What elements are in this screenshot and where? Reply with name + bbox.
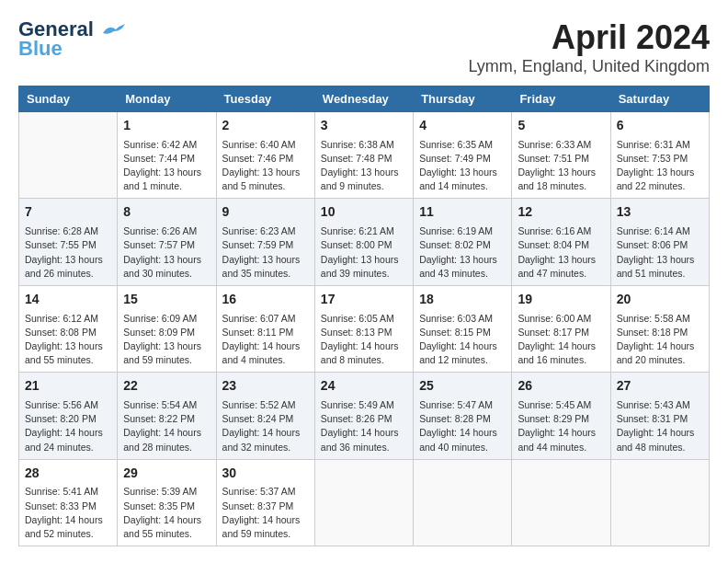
calendar-cell: 5Sunrise: 6:33 AM Sunset: 7:51 PM Daylig… <box>512 112 610 199</box>
day-number: 7 <box>25 203 111 222</box>
calendar-cell <box>414 459 512 546</box>
calendar-header-row: SundayMondayTuesdayWednesdayThursdayFrid… <box>19 86 710 112</box>
day-number: 24 <box>321 377 407 396</box>
calendar-cell <box>512 459 610 546</box>
day-detail: Sunrise: 6:07 AM Sunset: 8:11 PM Dayligh… <box>222 312 309 368</box>
day-detail: Sunrise: 5:45 AM Sunset: 8:29 PM Dayligh… <box>518 398 604 454</box>
day-number: 5 <box>518 117 604 135</box>
calendar-cell: 29Sunrise: 5:39 AM Sunset: 8:35 PM Dayli… <box>118 459 216 546</box>
page-title: April 2024 <box>469 18 710 57</box>
day-number: 30 <box>222 465 309 483</box>
weekday-header: Thursday <box>414 86 512 112</box>
day-number: 16 <box>222 291 309 309</box>
calendar-cell: 14Sunrise: 6:12 AM Sunset: 8:08 PM Dayli… <box>19 285 118 372</box>
day-number: 20 <box>617 291 703 309</box>
day-number: 22 <box>123 377 210 396</box>
weekday-header: Monday <box>118 86 216 112</box>
day-detail: Sunrise: 5:39 AM Sunset: 8:35 PM Dayligh… <box>123 485 210 541</box>
day-detail: Sunrise: 6:05 AM Sunset: 8:13 PM Dayligh… <box>321 312 407 368</box>
calendar-cell: 4Sunrise: 6:35 AM Sunset: 7:49 PM Daylig… <box>414 112 512 199</box>
calendar-cell: 1Sunrise: 6:42 AM Sunset: 7:44 PM Daylig… <box>118 112 216 199</box>
calendar-cell: 8Sunrise: 6:26 AM Sunset: 7:57 PM Daylig… <box>118 199 216 285</box>
weekday-header: Saturday <box>610 86 709 112</box>
day-detail: Sunrise: 6:42 AM Sunset: 7:44 PM Dayligh… <box>123 138 210 194</box>
calendar-cell: 26Sunrise: 5:45 AM Sunset: 8:29 PM Dayli… <box>512 373 610 459</box>
calendar-cell: 20Sunrise: 5:58 AM Sunset: 8:18 PM Dayli… <box>610 285 709 372</box>
day-detail: Sunrise: 6:03 AM Sunset: 8:15 PM Dayligh… <box>419 312 506 368</box>
calendar-cell: 6Sunrise: 6:31 AM Sunset: 7:53 PM Daylig… <box>610 112 709 199</box>
weekday-header: Friday <box>512 86 610 112</box>
day-detail: Sunrise: 5:43 AM Sunset: 8:31 PM Dayligh… <box>617 398 703 454</box>
day-number: 29 <box>123 465 210 483</box>
day-number: 15 <box>123 291 210 309</box>
day-number: 12 <box>518 203 604 222</box>
calendar-cell: 17Sunrise: 6:05 AM Sunset: 8:13 PM Dayli… <box>314 285 413 372</box>
day-detail: Sunrise: 6:31 AM Sunset: 7:53 PM Dayligh… <box>617 138 703 194</box>
calendar-week-row: 28Sunrise: 5:41 AM Sunset: 8:33 PM Dayli… <box>19 459 710 546</box>
calendar-cell <box>19 112 118 199</box>
weekday-header: Tuesday <box>216 86 314 112</box>
day-number: 25 <box>419 377 506 396</box>
day-number: 13 <box>617 203 703 222</box>
calendar-week-row: 14Sunrise: 6:12 AM Sunset: 8:08 PM Dayli… <box>19 285 710 372</box>
day-number: 11 <box>419 203 506 222</box>
day-detail: Sunrise: 6:23 AM Sunset: 7:59 PM Dayligh… <box>222 224 309 281</box>
day-number: 17 <box>321 291 407 309</box>
day-detail: Sunrise: 5:41 AM Sunset: 8:33 PM Dayligh… <box>25 485 111 541</box>
day-number: 18 <box>419 291 506 309</box>
page-header: General Blue April 2024 Lymm, England, U… <box>18 18 710 76</box>
calendar-cell: 2Sunrise: 6:40 AM Sunset: 7:46 PM Daylig… <box>216 112 314 199</box>
logo: General Blue <box>18 18 127 61</box>
day-detail: Sunrise: 5:47 AM Sunset: 8:28 PM Dayligh… <box>419 398 506 454</box>
day-detail: Sunrise: 5:58 AM Sunset: 8:18 PM Dayligh… <box>617 312 703 368</box>
day-number: 9 <box>222 203 309 222</box>
day-detail: Sunrise: 6:28 AM Sunset: 7:55 PM Dayligh… <box>25 224 111 281</box>
logo-bird-icon <box>101 22 127 39</box>
title-block: April 2024 Lymm, England, United Kingdom <box>469 18 710 76</box>
day-detail: Sunrise: 5:52 AM Sunset: 8:24 PM Dayligh… <box>222 398 309 454</box>
calendar-cell: 16Sunrise: 6:07 AM Sunset: 8:11 PM Dayli… <box>216 285 314 372</box>
day-detail: Sunrise: 5:49 AM Sunset: 8:26 PM Dayligh… <box>321 398 407 454</box>
calendar-cell: 23Sunrise: 5:52 AM Sunset: 8:24 PM Dayli… <box>216 373 314 459</box>
day-detail: Sunrise: 5:54 AM Sunset: 8:22 PM Dayligh… <box>123 398 210 454</box>
day-detail: Sunrise: 6:00 AM Sunset: 8:17 PM Dayligh… <box>518 312 604 368</box>
calendar-cell: 12Sunrise: 6:16 AM Sunset: 8:04 PM Dayli… <box>512 199 610 285</box>
day-detail: Sunrise: 6:19 AM Sunset: 8:02 PM Dayligh… <box>419 224 506 281</box>
calendar-cell: 13Sunrise: 6:14 AM Sunset: 8:06 PM Dayli… <box>610 199 709 285</box>
day-number: 1 <box>123 117 210 135</box>
day-number: 21 <box>25 377 111 396</box>
day-detail: Sunrise: 5:56 AM Sunset: 8:20 PM Dayligh… <box>25 398 111 454</box>
day-detail: Sunrise: 5:37 AM Sunset: 8:37 PM Dayligh… <box>222 485 309 541</box>
calendar-cell: 19Sunrise: 6:00 AM Sunset: 8:17 PM Dayli… <box>512 285 610 372</box>
day-number: 8 <box>123 203 210 222</box>
calendar-week-row: 1Sunrise: 6:42 AM Sunset: 7:44 PM Daylig… <box>19 112 710 199</box>
calendar-week-row: 21Sunrise: 5:56 AM Sunset: 8:20 PM Dayli… <box>19 373 710 459</box>
day-detail: Sunrise: 6:14 AM Sunset: 8:06 PM Dayligh… <box>617 224 703 281</box>
weekday-header: Sunday <box>19 86 118 112</box>
day-detail: Sunrise: 6:38 AM Sunset: 7:48 PM Dayligh… <box>321 138 407 194</box>
day-number: 26 <box>518 377 604 396</box>
calendar-cell: 30Sunrise: 5:37 AM Sunset: 8:37 PM Dayli… <box>216 459 314 546</box>
day-number: 6 <box>617 117 703 135</box>
day-number: 2 <box>222 117 309 135</box>
day-detail: Sunrise: 6:26 AM Sunset: 7:57 PM Dayligh… <box>123 224 210 281</box>
day-number: 28 <box>25 465 111 483</box>
day-detail: Sunrise: 6:09 AM Sunset: 8:09 PM Dayligh… <box>123 312 210 368</box>
calendar-cell: 22Sunrise: 5:54 AM Sunset: 8:22 PM Dayli… <box>118 373 216 459</box>
calendar-cell: 28Sunrise: 5:41 AM Sunset: 8:33 PM Dayli… <box>19 459 118 546</box>
calendar-cell: 15Sunrise: 6:09 AM Sunset: 8:09 PM Dayli… <box>118 285 216 372</box>
logo-blue-text: Blue <box>18 37 63 61</box>
calendar-week-row: 7Sunrise: 6:28 AM Sunset: 7:55 PM Daylig… <box>19 199 710 285</box>
calendar-cell: 7Sunrise: 6:28 AM Sunset: 7:55 PM Daylig… <box>19 199 118 285</box>
day-detail: Sunrise: 6:33 AM Sunset: 7:51 PM Dayligh… <box>518 138 604 194</box>
day-number: 10 <box>321 203 407 222</box>
day-detail: Sunrise: 6:21 AM Sunset: 8:00 PM Dayligh… <box>321 224 407 281</box>
day-number: 19 <box>518 291 604 309</box>
calendar-cell: 9Sunrise: 6:23 AM Sunset: 7:59 PM Daylig… <box>216 199 314 285</box>
day-number: 4 <box>419 117 506 135</box>
day-detail: Sunrise: 6:40 AM Sunset: 7:46 PM Dayligh… <box>222 138 309 194</box>
day-detail: Sunrise: 6:16 AM Sunset: 8:04 PM Dayligh… <box>518 224 604 281</box>
day-detail: Sunrise: 6:35 AM Sunset: 7:49 PM Dayligh… <box>419 138 506 194</box>
day-number: 3 <box>321 117 407 135</box>
calendar-cell: 11Sunrise: 6:19 AM Sunset: 8:02 PM Dayli… <box>414 199 512 285</box>
